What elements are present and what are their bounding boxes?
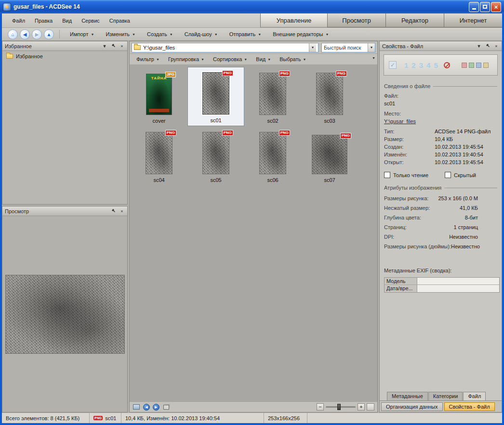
pages-value: 1 страниц: [454, 222, 497, 232]
toolbar-separator: [59, 30, 60, 39]
color-label-green[interactable]: [469, 63, 474, 68]
forward-circle-button[interactable]: ▶: [153, 404, 159, 411]
import-button[interactable]: Импорт▼: [65, 29, 99, 39]
edit-button[interactable]: Изменить▼: [101, 29, 140, 39]
thumbnail-sc06[interactable]: PNG sc06: [244, 126, 301, 185]
color-label-blue[interactable]: [476, 63, 481, 68]
filterbar-overflow-button[interactable]: ▼: [372, 56, 375, 60]
chevron-down-icon[interactable]: ▼: [102, 44, 107, 49]
rating-5-button[interactable]: 5: [434, 61, 438, 69]
properties-body: Сведения о файле Файл: sc01 Место: Y:\gu…: [380, 76, 502, 400]
field-label: Открыт:: [384, 158, 435, 166]
external-editors-button[interactable]: Внешние редакторы▼: [268, 29, 333, 39]
preview-panel-title: Просмотр: [5, 208, 29, 214]
readonly-checkbox[interactable]: Только чтение: [384, 172, 428, 178]
field-label: Тип:: [384, 128, 435, 135]
menu-help[interactable]: Справка: [105, 16, 134, 25]
compare-button[interactable]: [162, 404, 170, 411]
zoom-control: − +: [317, 403, 374, 411]
properties-file-button[interactable]: Свойства - Файл: [444, 402, 495, 411]
minimize-button[interactable]: [469, 2, 479, 12]
forward-button[interactable]: ▶: [32, 29, 42, 39]
thumbnail-sc07[interactable]: PNG sc07: [301, 126, 358, 185]
readonly-checkbox-label: Только чтение: [393, 172, 428, 178]
mode-tab-internet[interactable]: Интернет: [444, 13, 502, 27]
tab-file[interactable]: Файл: [463, 392, 486, 400]
rating-1-button[interactable]: 1: [404, 61, 408, 69]
create-button[interactable]: Создать▼: [142, 29, 178, 39]
tab-categories[interactable]: Категории: [428, 392, 463, 400]
tab-metadata[interactable]: Метаданные: [387, 392, 428, 400]
path-dropdown-button[interactable]: ▼: [309, 43, 316, 52]
properties-tabs: Метаданные Категории Файл: [384, 392, 497, 400]
rating-3-button[interactable]: 3: [419, 61, 423, 69]
menu-file[interactable]: Файл: [8, 16, 29, 25]
hidden-checkbox[interactable]: Скрытый: [445, 172, 476, 178]
chevron-down-icon[interactable]: ▼: [476, 44, 482, 49]
filter-button[interactable]: Фильтр▼: [133, 55, 163, 64]
pin-icon[interactable]: [110, 208, 116, 214]
field-label: Изменён:: [384, 151, 435, 158]
thumbnail-sc01[interactable]: PNG sc01: [187, 67, 244, 126]
chevron-down-icon: ▼: [170, 33, 173, 36]
properties-panel-header: Свойства - Файл ▼ ×: [380, 41, 502, 51]
close-button[interactable]: ×: [491, 2, 501, 12]
home-button[interactable]: ⌂: [8, 29, 18, 39]
zoom-slider[interactable]: [326, 406, 356, 408]
png-badge-icon: PNG: [93, 416, 103, 420]
sc04-image: [146, 132, 172, 174]
thumbnail-name: sc02: [267, 118, 278, 125]
close-icon[interactable]: ×: [119, 209, 125, 214]
thumbnail-sc04[interactable]: PNG sc04: [131, 126, 187, 185]
field-label: Страниц:: [384, 222, 407, 232]
back-circle-button[interactable]: ◀: [143, 404, 150, 411]
color-label-red[interactable]: [462, 63, 467, 68]
menu-edit[interactable]: Правка: [30, 16, 57, 25]
preview-pane-toggle-button[interactable]: [133, 404, 140, 411]
organize-data-button[interactable]: Организация данных: [381, 402, 443, 411]
field-label: Глубина цвета:: [384, 213, 421, 222]
sorting-button[interactable]: Сортировка▼: [209, 55, 251, 64]
color-label-yellow[interactable]: [483, 63, 489, 68]
rating-check-icon[interactable]: ✓: [389, 61, 397, 69]
chevron-down-icon: ▼: [325, 33, 329, 36]
rating-4-button[interactable]: 4: [426, 61, 430, 69]
pin-icon[interactable]: [485, 43, 491, 49]
zoom-in-button[interactable]: +: [358, 403, 365, 411]
close-icon[interactable]: ×: [493, 44, 499, 49]
file-location-link[interactable]: Y:\gusar_files: [384, 117, 497, 125]
send-button[interactable]: Отправить▼: [225, 29, 266, 39]
select-button[interactable]: Выбрать▼: [276, 55, 310, 64]
zoom-options-button[interactable]: [367, 403, 374, 411]
thumbnail-sc03[interactable]: PNG sc03: [301, 67, 358, 126]
no-label-icon[interactable]: [444, 62, 450, 68]
grouping-button[interactable]: Группировка▼: [164, 55, 208, 64]
pin-icon[interactable]: [110, 43, 116, 49]
zoom-out-button[interactable]: −: [317, 403, 324, 411]
search-dropdown-button[interactable]: ▼: [368, 43, 375, 52]
mode-tab-manage[interactable]: Управление: [260, 13, 327, 27]
view-button[interactable]: Вид▼: [252, 55, 275, 64]
quick-search-input[interactable]: [322, 45, 368, 51]
path-field[interactable]: Y:\gusar_files ▼: [132, 43, 318, 52]
favorites-folder-item[interactable]: Избранное: [6, 53, 123, 59]
uncompressed-size-value: 41,0 КБ: [460, 203, 497, 213]
thumbnail-sc05[interactable]: PNG sc05: [187, 126, 244, 185]
thumbnail-cover[interactable]: ТАЙНА JPG cover: [131, 67, 187, 126]
rating-bar: ✓ 1 2 3 4 5: [384, 54, 498, 76]
mode-tab-editor[interactable]: Редактор: [385, 13, 444, 27]
up-button[interactable]: ▲: [44, 29, 54, 39]
mode-tab-view[interactable]: Просмотр: [327, 13, 385, 27]
back-button[interactable]: ◀: [20, 29, 30, 39]
field-label: Размер:: [384, 135, 435, 143]
preview-panel-header: Просмотр ×: [2, 206, 127, 216]
zoom-slider-handle[interactable]: [337, 404, 341, 410]
thumbnail-sc02[interactable]: PNG sc02: [244, 67, 301, 126]
menu-tools[interactable]: Сервис: [77, 16, 104, 25]
rating-2-button[interactable]: 2: [411, 61, 415, 69]
slideshow-button[interactable]: Слайд-шоу▼: [180, 29, 223, 39]
titlebar: gusar_files - ACDSee 14 ×: [0, 0, 504, 13]
close-icon[interactable]: ×: [119, 44, 125, 49]
maximize-button[interactable]: [480, 2, 490, 12]
menu-view[interactable]: Вид: [58, 16, 76, 25]
